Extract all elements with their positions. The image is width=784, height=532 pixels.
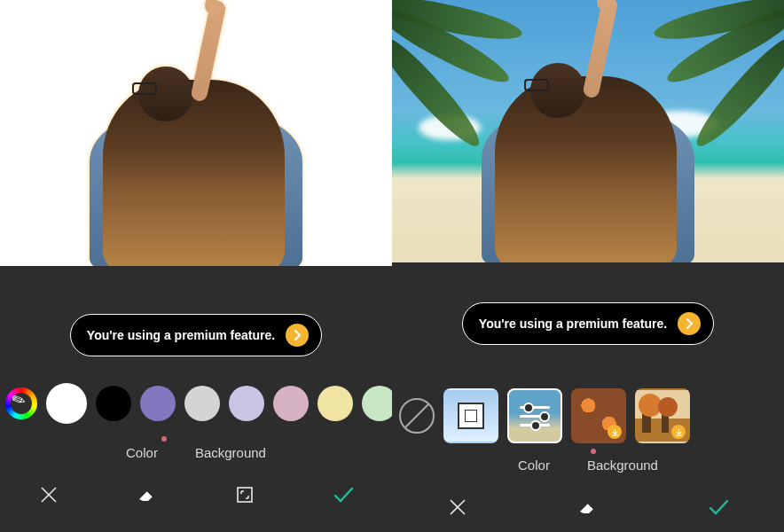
close-icon (38, 484, 59, 505)
close-button[interactable] (29, 475, 68, 514)
tab-color[interactable]: Color (518, 458, 550, 473)
premium-banner[interactable]: You're using a premium feature. (70, 314, 322, 356)
premium-banner-text: You're using a premium feature. (479, 317, 667, 331)
eraser-icon (576, 496, 600, 519)
mode-tabs: Color Background (392, 447, 784, 482)
foreground-subject (54, 0, 338, 266)
color-swatch-gray[interactable] (184, 386, 220, 421)
bg-tile-adjust-beach[interactable] (507, 388, 562, 443)
premium-banner-text: You're using a premium feature. (87, 328, 275, 342)
tab-background[interactable]: Background (195, 445, 266, 460)
tab-color[interactable]: Color (126, 445, 158, 460)
image-preview[interactable] (392, 0, 784, 262)
color-swatch-white[interactable] (46, 383, 87, 424)
color-swatch-yellow[interactable] (318, 386, 353, 421)
color-swatch-pink[interactable] (273, 386, 309, 421)
editor-pane-right: You're using a premium feature. (392, 0, 784, 532)
color-swatch-row[interactable]: ✎ (0, 372, 392, 434)
eyedropper-button[interactable]: ✎ (5, 387, 37, 419)
expand-button[interactable] (225, 475, 264, 514)
eraser-icon (136, 483, 159, 506)
color-swatch-lavender[interactable] (229, 386, 264, 421)
svg-rect-0 (238, 488, 252, 502)
color-swatch-mint[interactable] (362, 386, 392, 421)
photo-library-icon (458, 403, 484, 429)
sliders-icon (509, 390, 561, 442)
bottom-toolbar (0, 470, 392, 520)
download-icon (608, 425, 622, 439)
background-tile-row[interactable] (392, 385, 784, 447)
active-tab-indicator (161, 436, 167, 442)
mode-tabs: Color Background (0, 434, 392, 470)
foreground-subject (446, 0, 730, 262)
confirm-button[interactable] (324, 475, 363, 514)
chevron-right-icon (286, 324, 309, 347)
tab-background[interactable]: Background (587, 458, 658, 473)
confirm-button[interactable] (699, 488, 738, 527)
color-swatch-black[interactable] (96, 386, 131, 421)
color-swatch-purple[interactable] (140, 386, 176, 421)
eraser-button[interactable] (128, 475, 167, 514)
bg-tile-photo-library[interactable] (443, 388, 498, 443)
eraser-button[interactable] (568, 488, 608, 527)
bg-tile-pattern-orange[interactable] (571, 388, 626, 443)
image-preview[interactable] (0, 0, 392, 266)
premium-banner[interactable]: You're using a premium feature. (462, 302, 714, 345)
active-tab-indicator (591, 449, 596, 454)
expand-icon (235, 485, 255, 505)
bg-none-button[interactable] (399, 398, 435, 434)
editor-pane-left: You're using a premium feature. ✎ (0, 0, 392, 532)
close-icon (447, 497, 468, 518)
bg-tile-autumn-trees[interactable] (635, 388, 690, 443)
chevron-right-icon (678, 312, 701, 335)
checkmark-icon (331, 482, 356, 507)
close-button[interactable] (438, 488, 477, 527)
none-icon (405, 404, 429, 428)
download-icon (671, 425, 686, 439)
checkmark-icon (706, 495, 731, 520)
bottom-toolbar (392, 482, 784, 532)
